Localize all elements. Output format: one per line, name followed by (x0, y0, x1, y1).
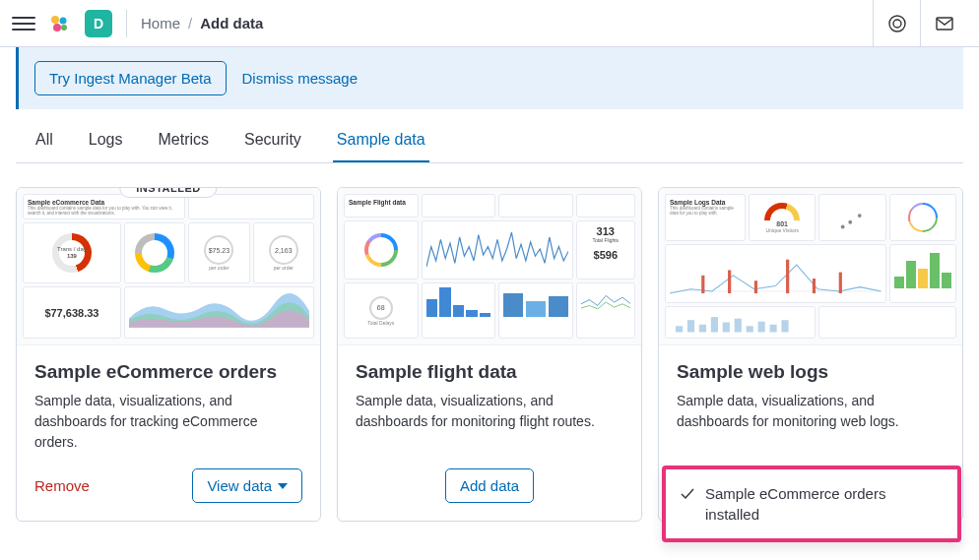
svg-point-3 (61, 25, 67, 31)
svg-rect-10 (701, 276, 704, 293)
data-tabs: All Logs Metrics Security Sample data (16, 109, 963, 163)
stat-value: 139 (67, 253, 77, 259)
add-data-button[interactable]: Add data (445, 468, 534, 503)
svg-point-5 (893, 20, 901, 28)
menu-toggle-icon[interactable] (12, 12, 35, 35)
card-flight: Sample Flight data 313 Total Flights $59… (337, 187, 642, 522)
install-success-toast: Sample eCommerce orders installed (662, 466, 961, 542)
svg-rect-12 (754, 280, 757, 293)
installed-pill: INSTALLED (119, 187, 217, 198)
preview-title: Sample Flight data (349, 199, 414, 206)
card-ecommerce: INSTALLED Sample eCommerce Data This das… (16, 187, 321, 522)
flights-label: Total Flights (581, 237, 630, 243)
tab-logs[interactable]: Logs (85, 131, 127, 162)
svg-rect-21 (735, 319, 742, 333)
delays-val: 68 (377, 304, 385, 311)
preview-weblogs: Sample Logs Data This dashboard contains… (659, 188, 962, 345)
card-description: Sample data, visualizations, and dashboa… (34, 391, 302, 453)
stat-sub: per order (193, 265, 244, 271)
flights-count: 313 (581, 225, 630, 237)
svg-rect-25 (781, 320, 788, 332)
divider (126, 10, 127, 37)
remove-button[interactable]: Remove (34, 477, 90, 494)
svg-rect-18 (699, 325, 706, 333)
breadcrumb-current: Add data (200, 15, 263, 31)
svg-rect-23 (758, 322, 765, 333)
delays-sub: Total Delays (349, 320, 414, 326)
svg-rect-15 (839, 273, 842, 293)
stat-sub2: per order (258, 265, 309, 271)
stat-val: $75.23 (209, 247, 229, 254)
preview-title: Sample eCommerce Data (28, 199, 180, 206)
card-title: Sample eCommerce orders (34, 361, 302, 383)
card-description: Sample data, visualizations, and dashboa… (356, 391, 623, 432)
gauge-label: Unique Visitors (753, 227, 811, 233)
view-data-label: View data (207, 477, 272, 494)
breadcrumb: Home / Add data (141, 15, 263, 31)
breadcrumb-home[interactable]: Home (141, 15, 180, 31)
preview-flight: Sample Flight data 313 Total Flights $59… (338, 188, 641, 345)
price-value: $596 (581, 249, 630, 261)
space-selector[interactable]: D (85, 10, 112, 37)
dismiss-message-button[interactable]: Dismiss message (242, 70, 359, 87)
check-icon (680, 486, 695, 502)
tab-sample-data[interactable]: Sample data (333, 131, 429, 162)
svg-rect-24 (770, 325, 777, 333)
newsfeed-icon[interactable] (873, 0, 920, 47)
app-header: D Home / Add data (0, 0, 979, 47)
view-data-button[interactable]: View data (192, 468, 302, 503)
svg-rect-6 (937, 18, 952, 30)
card-description: Sample data, visualizations, and dashboa… (677, 391, 945, 432)
svg-rect-13 (786, 260, 789, 293)
ingest-manager-callout: Try Ingest Manager Beta Dismiss message (16, 47, 963, 109)
svg-rect-17 (687, 320, 694, 332)
preview-ecommerce: Sample eCommerce Data This dashboard con… (17, 188, 320, 345)
svg-point-4 (889, 16, 905, 31)
breadcrumb-separator: / (188, 15, 192, 31)
stat-val2: 2,163 (275, 247, 293, 254)
svg-rect-19 (711, 317, 718, 332)
chevron-down-icon (278, 483, 288, 489)
tab-security[interactable]: Security (240, 131, 305, 162)
header-actions (873, 0, 967, 47)
card-title: Sample web logs (677, 361, 945, 383)
preview-title: Sample Logs Data (670, 199, 741, 206)
svg-rect-16 (676, 326, 683, 332)
svg-rect-11 (728, 270, 731, 293)
svg-point-8 (849, 220, 853, 224)
svg-point-2 (53, 24, 61, 31)
gauge-value: 801 (753, 220, 811, 227)
mail-icon[interactable] (920, 0, 967, 47)
stat-label: Trans / day (57, 246, 87, 252)
svg-point-1 (60, 17, 67, 24)
try-ingest-button[interactable]: Try Ingest Manager Beta (34, 61, 227, 95)
elastic-logo-icon[interactable] (47, 12, 71, 35)
svg-rect-14 (813, 279, 816, 293)
svg-rect-20 (723, 323, 730, 333)
svg-point-7 (841, 225, 845, 229)
svg-point-0 (51, 16, 59, 24)
revenue-value: $77,638.33 (44, 307, 98, 319)
toast-message: Sample eCommerce orders installed (705, 483, 920, 525)
card-title: Sample flight data (356, 361, 623, 383)
tab-all[interactable]: All (32, 131, 57, 162)
svg-point-9 (858, 214, 862, 218)
svg-rect-22 (747, 326, 753, 332)
tab-metrics[interactable]: Metrics (154, 131, 213, 162)
